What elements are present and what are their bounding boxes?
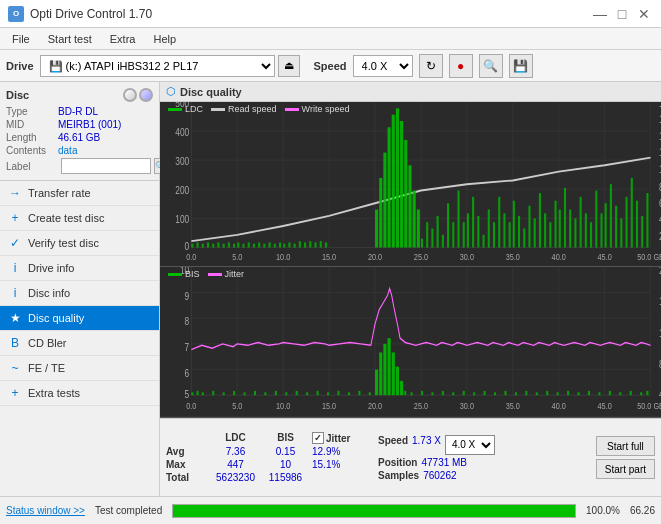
- sidebar-item-fe-te[interactable]: ~ FE / TE: [0, 356, 159, 381]
- speed-select-stats[interactable]: 4.0 X 8.0 X: [445, 435, 495, 455]
- menu-bar: File Start test Extra Help: [0, 28, 661, 50]
- sidebar-item-create-test-disc[interactable]: + Create test disc: [0, 206, 159, 231]
- svg-rect-46: [207, 242, 209, 247]
- stats-jitter-header: Jitter: [326, 433, 350, 444]
- burn-button[interactable]: ●: [449, 54, 473, 78]
- svg-text:0.0: 0.0: [186, 253, 197, 263]
- legend-readspeed-color: [211, 108, 225, 111]
- svg-text:5.0: 5.0: [232, 253, 243, 263]
- status-window-button[interactable]: Status window >>: [6, 503, 85, 518]
- svg-rect-200: [494, 393, 496, 396]
- svg-rect-102: [528, 206, 530, 248]
- title-bar: O Opti Drive Control 1.70 — □ ✕: [0, 0, 661, 28]
- scan-button[interactable]: 🔍: [479, 54, 503, 78]
- start-part-button[interactable]: Start part: [596, 459, 655, 479]
- svg-rect-85: [442, 235, 444, 248]
- svg-rect-210: [598, 393, 600, 396]
- svg-rect-71: [379, 178, 382, 248]
- disc-icon: [123, 88, 137, 102]
- disc-icon-2: [139, 88, 153, 102]
- svg-text:15.0: 15.0: [322, 401, 336, 412]
- svg-rect-72: [383, 153, 386, 248]
- speed-display: 66.26: [630, 505, 655, 516]
- svg-rect-182: [358, 391, 360, 395]
- svg-rect-185: [379, 353, 382, 396]
- svg-text:30.0: 30.0: [460, 401, 474, 412]
- drive-select[interactable]: 💾 (k:) ATAPI iHBS312 2 PL17: [40, 55, 275, 77]
- legend-jitter: Jitter: [208, 269, 245, 279]
- sidebar-item-cd-bler[interactable]: B CD Bler: [0, 331, 159, 356]
- bis-chart-svg: 10 9 8 7 6 5 20% 16% 12% 8% 4% 0.0 5.0: [160, 267, 661, 417]
- svg-rect-178: [317, 391, 319, 395]
- svg-rect-171: [244, 393, 246, 396]
- disc-length-row: Length 46.61 GB: [6, 132, 153, 143]
- chart-header: ⬡ Disc quality: [160, 82, 661, 102]
- svg-rect-98: [509, 222, 511, 247]
- stats-avg-row: Avg 7.36 0.15 12.9%: [166, 446, 362, 457]
- svg-rect-113: [585, 213, 587, 247]
- fe-te-icon: ~: [8, 361, 22, 375]
- minimize-button[interactable]: —: [591, 5, 609, 23]
- refresh-button[interactable]: ↻: [419, 54, 443, 78]
- svg-rect-51: [233, 244, 235, 248]
- svg-rect-190: [400, 381, 403, 395]
- svg-rect-166: [197, 391, 199, 395]
- stats-total-row: Total 5623230 115986: [166, 472, 362, 483]
- svg-text:300: 300: [175, 157, 189, 168]
- menu-start-test[interactable]: Start test: [40, 31, 100, 47]
- disc-contents-val[interactable]: data: [58, 145, 77, 156]
- svg-rect-77: [404, 140, 407, 248]
- svg-rect-165: [191, 393, 193, 396]
- svg-rect-201: [504, 391, 506, 395]
- svg-rect-50: [228, 242, 230, 247]
- svg-rect-194: [431, 393, 433, 396]
- eject-button[interactable]: ⏏: [278, 55, 300, 77]
- svg-rect-47: [212, 244, 214, 248]
- sidebar-item-transfer-rate[interactable]: → Transfer rate: [0, 181, 159, 206]
- menu-extra[interactable]: Extra: [102, 31, 144, 47]
- legend-writespeed: Write speed: [285, 104, 350, 114]
- chart-area: ⬡ Disc quality LDC Read speed: [160, 82, 661, 496]
- position-info-row: Position 47731 MB: [378, 457, 495, 468]
- disc-label-row: Label 🔍: [6, 158, 153, 174]
- save-button[interactable]: 💾: [509, 54, 533, 78]
- svg-rect-186: [383, 344, 386, 395]
- jitter-max-val: 15.1%: [312, 459, 362, 470]
- svg-rect-92: [477, 216, 479, 248]
- sidebar-item-extra-tests[interactable]: + Extra tests: [0, 381, 159, 406]
- svg-rect-104: [539, 193, 541, 247]
- svg-rect-68: [320, 241, 322, 247]
- svg-rect-199: [484, 391, 486, 395]
- disc-label-input[interactable]: [61, 158, 151, 174]
- speed-select[interactable]: 4.0 X 8.0 X 2.0 X: [353, 55, 413, 77]
- svg-rect-101: [523, 229, 525, 248]
- sidebar-item-disc-quality[interactable]: ★ Disc quality: [0, 306, 159, 331]
- svg-rect-124: [641, 216, 643, 248]
- svg-rect-56: [258, 242, 260, 247]
- svg-rect-213: [630, 391, 632, 395]
- menu-help[interactable]: Help: [145, 31, 184, 47]
- svg-rect-212: [619, 393, 621, 396]
- disc-type-row: Type BD-R DL: [6, 106, 153, 117]
- maximize-button[interactable]: □: [613, 5, 631, 23]
- svg-rect-45: [202, 244, 204, 248]
- start-full-button[interactable]: Start full: [596, 436, 655, 456]
- sidebar-item-disc-info[interactable]: i Disc info: [0, 281, 159, 306]
- svg-rect-53: [242, 244, 244, 248]
- close-button[interactable]: ✕: [635, 5, 653, 23]
- svg-text:20.0: 20.0: [368, 401, 382, 412]
- svg-rect-215: [646, 391, 648, 395]
- jitter-checkbox[interactable]: ✓: [312, 432, 324, 444]
- svg-rect-64: [299, 241, 301, 247]
- sidebar-item-verify-test-disc[interactable]: ✓ Verify test disc: [0, 231, 159, 256]
- drive-info-label: Drive info: [28, 262, 74, 274]
- ldc-total-val: 5623230: [208, 472, 263, 483]
- menu-file[interactable]: File: [4, 31, 38, 47]
- action-buttons: Start full Start part: [596, 436, 655, 479]
- svg-rect-193: [421, 391, 423, 395]
- stats-empty-header: [166, 432, 208, 444]
- sidebar-item-drive-info[interactable]: i Drive info: [0, 256, 159, 281]
- svg-rect-84: [437, 216, 439, 248]
- disc-info-label: Disc info: [28, 287, 70, 299]
- svg-rect-184: [375, 370, 378, 396]
